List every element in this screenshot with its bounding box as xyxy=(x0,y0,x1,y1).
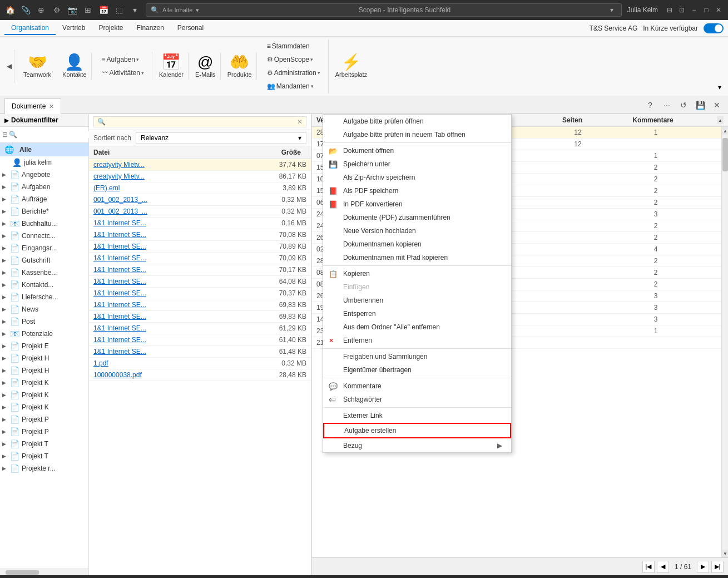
app-icon-2[interactable]: 📎 xyxy=(20,4,31,16)
sort-select[interactable]: Relevanz ▾ xyxy=(136,132,306,144)
page-prev-btn[interactable]: ◀ xyxy=(657,561,669,573)
dokumentfilter-header[interactable]: ▶ Dokumentfilter xyxy=(0,114,88,127)
sidebar-item-aufgaben[interactable]: ▶ 📄 Aufgaben xyxy=(0,181,88,193)
file-row-2[interactable]: (ER).eml 3,89 KB xyxy=(89,182,311,194)
file-row-13[interactable]: 1&1 Internet SE... 69,83 KB xyxy=(89,311,311,323)
sidebar-item-projekt-t2[interactable]: ▶ 📄 Projekt T xyxy=(0,450,88,462)
status-toggle[interactable] xyxy=(704,23,724,33)
file-row-18[interactable]: 1000000038.pdf 28,48 KB xyxy=(89,369,311,381)
ctx-item-neue-version[interactable]: Neue Version hochladen xyxy=(323,224,511,238)
ribbon-btn-aufgaben[interactable]: ≡ Aufgaben ▾ xyxy=(98,55,147,65)
page-last-btn[interactable]: ▶| xyxy=(711,561,724,573)
ribbon-btn-openscope[interactable]: ⚙ OpenScope ▾ xyxy=(264,55,324,65)
ctx-item-aus-ordner-entf[interactable]: Aus dem Ordner "Alle" entfernen xyxy=(323,320,511,334)
file-row-9[interactable]: 1&1 Internet SE... 70,17 KB xyxy=(89,264,311,276)
sidebar-item-projekt-h2[interactable]: ▶ 📄 Projekt H xyxy=(0,364,88,377)
ctx-item-bezug[interactable]: Bezug ▶ xyxy=(323,439,511,452)
menu-item-personal[interactable]: Personal xyxy=(171,22,210,35)
file-row-10[interactable]: 1&1 Internet SE... 64,08 KB xyxy=(89,276,311,288)
ctx-item-als-pdf[interactable]: 📕 Als PDF speichern xyxy=(323,184,511,197)
ctx-item-dokument-offnen[interactable]: 📂 Dokument öffnen xyxy=(323,144,511,157)
detail-scroll-up-btn[interactable]: ▲ xyxy=(717,116,724,124)
window-maximize[interactable]: □ xyxy=(701,5,711,15)
file-row-11[interactable]: 1&1 Internet SE... 70,37 KB xyxy=(89,288,311,299)
file-row-15[interactable]: 1&1 Internet SE... 61,40 KB xyxy=(89,334,311,346)
file-row-8[interactable]: 1&1 Internet SE... 70,09 KB xyxy=(89,253,311,264)
sidebar-item-projekt-p1[interactable]: ▶ 📄 Projekt P xyxy=(0,413,88,426)
file-search-bar[interactable]: 🔍 ✕ xyxy=(93,116,306,127)
sidebar-search-btn[interactable]: 🔍 xyxy=(9,129,17,140)
file-search-clear-icon[interactable]: ✕ xyxy=(297,118,303,126)
app-icon-3[interactable]: ⊕ xyxy=(36,4,47,16)
sidebar-filter-icon-btn[interactable]: ⊟ xyxy=(2,129,8,140)
refresh-btn[interactable]: ↺ xyxy=(677,98,690,112)
ribbon-btn-kalender[interactable]: 📅 Kalender xyxy=(155,52,189,80)
sidebar-item-liefersche[interactable]: ▶ 📄 Liefersche... xyxy=(0,291,88,303)
ctx-item-eigentumer[interactable]: Eigentümer übertragen xyxy=(323,363,511,377)
file-row-6[interactable]: 1&1 Internet SE... 70,08 KB xyxy=(89,229,311,241)
ctx-item-als-zip[interactable]: Als Zip-Archiv speichern xyxy=(323,171,511,184)
sidebar-item-projekt-k3[interactable]: ▶ 📄 Projekt K xyxy=(0,401,88,413)
window-minimize-2[interactable]: − xyxy=(689,5,699,15)
sidebar-item-projekt-h1[interactable]: ▶ 📄 Projekt H xyxy=(0,352,88,364)
sidebar-item-potenziale[interactable]: ▶ 📧 Potenziale xyxy=(0,328,88,340)
sidebar-item-projekt-e[interactable]: ▶ 📄 Projekt E xyxy=(0,340,88,352)
file-row-0[interactable]: creatyvity Mietv... 37,74 KB xyxy=(89,159,311,171)
sidebar-item-eingangs[interactable]: ▶ 📄 Eingangsr... xyxy=(0,242,88,254)
detail-scroll-down-arrow[interactable]: ▼ xyxy=(722,550,728,557)
ctx-item-entfernen[interactable]: ✕ Entfernen xyxy=(323,334,511,347)
sidebar-item-alle[interactable]: 🌐 Alle xyxy=(0,143,88,156)
window-icon[interactable]: ⊟ xyxy=(665,5,675,15)
sidebar-item-projekt-k1[interactable]: ▶ 📄 Projekt K xyxy=(0,377,88,389)
user-label[interactable]: Julia Kelm xyxy=(627,6,658,14)
app-icon-5[interactable]: 📷 xyxy=(67,4,78,16)
menu-item-vertrieb[interactable]: Vertrieb xyxy=(56,22,92,35)
tab-close-icon[interactable]: ✕ xyxy=(49,103,54,110)
sidebar-item-projekte-r[interactable]: ▶ 📄 Projekte r... xyxy=(0,462,88,475)
ctx-item-kommentare[interactable]: 💬 Kommentare xyxy=(323,379,511,393)
app-icon-8[interactable]: ⬚ xyxy=(113,4,125,16)
save-tab-btn[interactable]: 💾 xyxy=(694,98,707,112)
ribbon-btn-mandanten[interactable]: 👥 Mandanten ▾ xyxy=(264,81,324,91)
sidebar-item-connectc[interactable]: ▶ 📄 Connectc... xyxy=(0,230,88,242)
file-row-5[interactable]: 1&1 Internet SE... 0,16 MB xyxy=(89,218,311,229)
ctx-item-kopieren[interactable]: 📋 Kopieren xyxy=(323,267,511,280)
sidebar-bottom-scrollbar[interactable] xyxy=(0,569,88,575)
sidebar-search-input[interactable] xyxy=(18,131,95,138)
ctx-item-umbenennen[interactable]: Umbenennen xyxy=(323,294,511,307)
ribbon-btn-emails[interactable]: @ E-Mails xyxy=(191,52,221,80)
sidebar-item-kassenbe[interactable]: ▶ 📄 Kassenbe... xyxy=(0,266,88,279)
ctx-item-aufgabe-prufen-offnen[interactable]: Aufgabe bitte prüfen öffnen xyxy=(323,115,511,128)
sidebar-item-projekt-t1[interactable]: ▶ 📄 Projekt T xyxy=(0,438,88,450)
ribbon-btn-aktivitaten[interactable]: 〰 Aktivitäten ▾ xyxy=(98,68,147,78)
ctx-item-aufgabe-neuen-tab[interactable]: Aufgabe bitte prüfen in neuem Tab öffnen xyxy=(323,128,511,141)
sidebar-item-angebote[interactable]: ▶ 📄 Angebote xyxy=(0,169,88,181)
file-row-16[interactable]: 1&1 Internet SE... 61,48 KB xyxy=(89,346,311,358)
ctx-item-doku-name-kopieren[interactable]: Dokumentnamen kopieren xyxy=(323,238,511,251)
file-row-17[interactable]: 1.pdf 0,32 MB xyxy=(89,358,311,369)
ctx-item-freigaben[interactable]: Freigaben und Sammlungen xyxy=(323,350,511,363)
file-row-7[interactable]: 1&1 Internet SE... 70,89 KB xyxy=(89,241,311,253)
ctx-item-externer-link[interactable]: Externer Link xyxy=(323,409,511,422)
sidebar-item-julia-kelm[interactable]: 👤 julia kelm xyxy=(0,156,88,169)
ribbon-btn-teamwork[interactable]: 🤝 Teamwork xyxy=(19,52,56,80)
ribbon-btn-arbeitsplatz[interactable]: ⚡ Arbeitsplatz xyxy=(331,52,372,80)
tab-dokumente[interactable]: Dokumente ✕ xyxy=(4,98,61,114)
window-close[interactable]: ✕ xyxy=(714,5,724,15)
file-row-14[interactable]: 1&1 Internet SE... 61,29 KB xyxy=(89,323,311,334)
page-next-btn[interactable]: ▶ xyxy=(697,561,709,573)
app-icon-6[interactable]: ⊞ xyxy=(82,4,93,16)
help-btn[interactable]: ? xyxy=(643,98,657,112)
page-first-btn[interactable]: |◀ xyxy=(642,561,655,573)
ctx-item-aufgabe-erstellen[interactable]: Aufgabe erstellen xyxy=(323,423,511,438)
menu-item-organisation[interactable]: Organisation xyxy=(4,22,56,35)
detail-scrollbar-thumb[interactable] xyxy=(722,138,728,171)
file-row-4[interactable]: 001_002_2013_... 0,32 MB xyxy=(89,206,311,218)
file-row-12[interactable]: 1&1 Internet SE... 69,83 KB xyxy=(89,299,311,311)
ctx-item-in-pdf-konv[interactable]: 📕 In PDF konvertieren xyxy=(323,197,511,211)
ribbon-btn-administration[interactable]: ⚙ Administration ▾ xyxy=(264,68,324,78)
menu-item-projekte[interactable]: Projekte xyxy=(92,22,130,35)
ctx-item-doku-pfad-kopieren[interactable]: Dokumentnamen mit Pfad kopieren xyxy=(323,251,511,264)
sidebar-item-post[interactable]: ▶ 📄 Post xyxy=(0,315,88,328)
window-restore[interactable]: ⊡ xyxy=(677,5,687,15)
